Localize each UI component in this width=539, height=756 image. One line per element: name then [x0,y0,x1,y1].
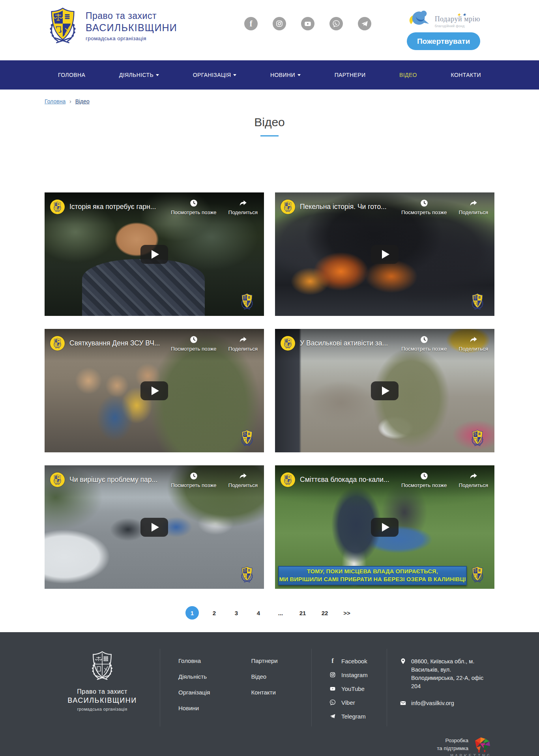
nav-item-news[interactable]: НОВИНИ [270,72,301,78]
video-card[interactable]: Пекельна історія. Чи гото... Посмотреть … [275,192,494,316]
footer-email-link[interactable]: info@vasilkiv.org [400,699,494,707]
clock-icon [420,335,429,344]
nav-item-video[interactable]: ВІДЕО [399,72,417,78]
footer-contact: 08600, Київська обл., м. Васильків, вул.… [387,649,494,726]
location-pin-icon [400,658,406,665]
main-navigation: ГОЛОВНА ДІЯЛЬНІСТЬ ОРГАНІЗАЦІЯ НОВИНИ ПА… [0,60,539,90]
site-logo[interactable]: Право та захист ВАСИЛЬКІВЩИНИ громадська… [45,6,177,46]
footer-link-partners[interactable]: Партнери [251,657,277,664]
marketing-mix-logo[interactable] [473,737,491,752]
footer-link-activity[interactable]: Діяльність [178,673,210,680]
viber-icon[interactable] [329,17,343,30]
share-button[interactable]: Поделиться [228,335,258,352]
breadcrumb-home-link[interactable]: Головна [45,98,66,105]
footer-link-contacts[interactable]: Контакти [251,689,277,696]
channel-avatar[interactable] [50,200,65,214]
watch-later-button[interactable]: Посмотреть позже [401,472,447,488]
play-button[interactable] [140,518,168,537]
footer-telegram-link[interactable]: Telegram [329,713,387,720]
play-icon [382,386,389,395]
video-card[interactable]: Чи вирішує проблему пар... Посмотреть по… [45,465,264,589]
video-card[interactable]: Сміттєва блокада по-кали... Посмотреть п… [275,465,494,589]
video-title[interactable]: Сміттєва блокада по-кали... [300,476,389,484]
header-social-links: f [244,17,371,30]
nav-item-contacts[interactable]: КОНТАКТИ [451,72,481,78]
footer-logo[interactable]: Право та захист ВАСИЛЬКІВЩИНИ громадська… [45,649,160,726]
footer-link-video[interactable]: Відео [251,673,277,680]
breadcrumb: Головна › Відео [45,98,494,105]
watch-later-button[interactable]: Посмотреть позже [401,335,447,352]
video-card[interactable]: Історія яка потребує гарн... Посмотреть … [45,192,264,316]
page-next[interactable]: >> [340,606,354,620]
play-button[interactable] [371,381,399,400]
video-title[interactable]: Чи вирішує проблему пар... [69,476,157,484]
footer-link-news[interactable]: Новини [178,705,210,711]
channel-watermark-logo[interactable] [469,293,486,311]
page-2[interactable]: 2 [208,606,221,620]
play-button[interactable] [371,518,399,537]
video-title[interactable]: У Василькові активісти за... [300,339,388,347]
play-button[interactable] [140,245,168,264]
watch-later-button[interactable]: Посмотреть позже [171,199,217,215]
video-card[interactable]: Святкування Деня ЗСУ ВЧ... Посмотреть по… [45,329,264,452]
clock-icon [189,199,198,207]
share-button[interactable]: Поделиться [459,199,488,215]
share-button[interactable]: Поделиться [228,472,258,488]
facebook-icon[interactable]: f [244,17,258,30]
channel-watermark-logo[interactable] [239,293,255,311]
main-content: Головна › Відео Відео Історія яка потреб… [0,98,539,620]
logo-line2: ВАСИЛЬКІВЩИНИ [86,22,177,34]
share-button[interactable]: Поделиться [459,472,488,488]
breadcrumb-current-link[interactable]: Відео [75,98,90,105]
play-icon [152,250,159,259]
footer-instagram-link[interactable]: Instagram [329,671,387,678]
watch-later-button[interactable]: Посмотреть позже [401,199,447,215]
page-22[interactable]: 22 [318,606,331,620]
telegram-icon[interactable] [358,17,371,30]
footer-facebook-link[interactable]: f Facebook [329,657,387,665]
nav-item-home[interactable]: ГОЛОВНА [58,72,85,78]
share-button[interactable]: Поделиться [228,199,258,215]
watch-later-button[interactable]: Посмотреть позже [171,472,217,488]
video-title[interactable]: Пекельна історія. Чи гото... [300,203,387,211]
share-button[interactable]: Поделиться [459,335,488,352]
channel-avatar[interactable] [50,472,65,487]
channel-avatar[interactable] [281,200,295,214]
page-1[interactable]: 1 [185,606,199,620]
footer-link-organization[interactable]: Організація [178,689,210,696]
chevron-down-icon [233,74,236,76]
play-button[interactable] [371,245,399,264]
partner-fund-logo[interactable]: Подаруй мрію благодійний фонд [408,9,480,28]
nav-item-organization[interactable]: ОРГАНІЗАЦІЯ [193,72,237,78]
telegram-icon [329,713,336,720]
video-title[interactable]: Святкування Деня ЗСУ ВЧ... [69,339,160,347]
share-icon [239,335,247,344]
channel-avatar[interactable] [281,472,295,487]
pagination: 1 2 3 4 ... 21 22 >> [0,606,539,620]
video-title[interactable]: Історія яка потребує гарн... [69,203,156,211]
channel-avatar[interactable] [50,336,65,351]
page-21[interactable]: 21 [296,606,309,620]
watch-later-button[interactable]: Посмотреть позже [171,335,217,352]
channel-watermark-logo[interactable] [469,429,486,447]
footer-viber-link[interactable]: Viber [329,699,387,706]
video-top-overlay: Пекельна історія. Чи гото... Посмотреть … [275,192,494,215]
page-3[interactable]: 3 [230,606,243,620]
instagram-icon[interactable] [273,17,286,30]
channel-watermark-logo[interactable] [239,429,255,447]
page-4[interactable]: 4 [252,606,265,620]
youtube-icon[interactable] [301,17,314,30]
channel-watermark-logo[interactable] [469,566,486,584]
youtube-icon [329,685,336,692]
channel-avatar[interactable] [281,336,295,351]
video-card[interactable]: У Василькові активісти за... Посмотреть … [275,329,494,452]
nav-item-activity[interactable]: ДІЯЛЬНІСТЬ [119,72,159,78]
footer-link-home[interactable]: Головна [178,657,210,664]
play-button[interactable] [140,381,168,400]
nav-item-partners[interactable]: ПАРТНЕРИ [335,72,366,78]
credit-line2: та підтримка [437,745,468,752]
org-shield-logo-icon [283,474,293,485]
channel-watermark-logo[interactable] [239,566,255,584]
footer-youtube-link[interactable]: YouTube [329,685,387,692]
donate-button[interactable]: Пожертвувати [407,32,480,50]
